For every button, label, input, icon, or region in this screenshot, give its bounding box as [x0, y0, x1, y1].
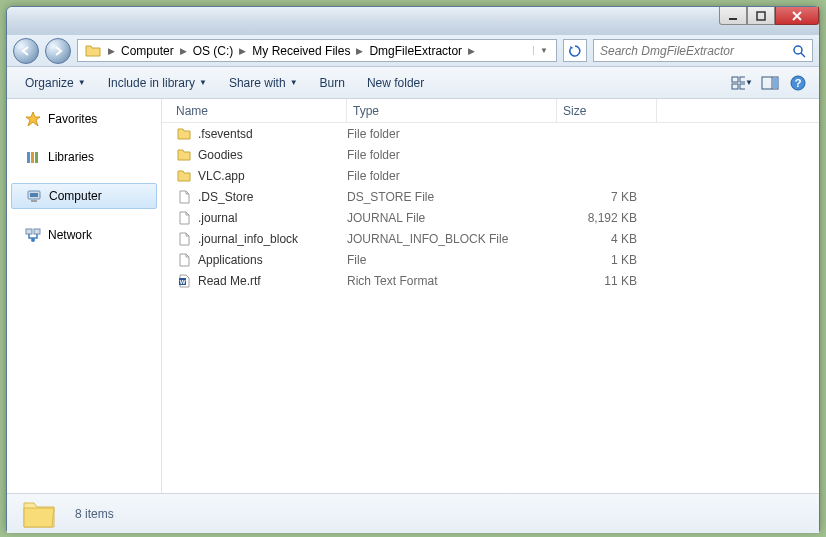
svg-rect-17	[30, 193, 38, 197]
file-row[interactable]: WRead Me.rtfRich Text Format11 KB	[162, 270, 819, 291]
file-icon	[176, 231, 192, 247]
folder-icon	[84, 42, 102, 60]
minimize-button[interactable]	[719, 7, 747, 25]
chevron-right-icon[interactable]: ▶	[354, 46, 365, 56]
sidebar-favorites[interactable]: Favorites	[7, 107, 161, 131]
item-count: 8 items	[75, 507, 114, 521]
file-type: Rich Text Format	[347, 274, 557, 288]
svg-rect-13	[27, 152, 30, 163]
titlebar	[7, 7, 819, 35]
chevron-right-icon[interactable]: ▶	[106, 46, 117, 56]
svg-rect-0	[729, 18, 737, 20]
breadcrumb-segment[interactable]: OS (C:)	[189, 44, 238, 58]
svg-rect-6	[732, 84, 738, 89]
sidebar-computer[interactable]: Computer	[11, 183, 157, 209]
file-row[interactable]: ApplicationsFile1 KB	[162, 249, 819, 270]
view-options-button[interactable]: ▼	[731, 72, 753, 94]
network-icon	[25, 227, 41, 243]
file-type: File folder	[347, 127, 557, 141]
sidebar: Favorites Libraries Computer Network	[7, 99, 162, 493]
organize-button[interactable]: Organize▼	[17, 73, 94, 93]
file-icon	[176, 189, 192, 205]
refresh-button[interactable]	[563, 39, 587, 62]
sidebar-label: Network	[48, 228, 92, 242]
sidebar-network[interactable]: Network	[7, 223, 161, 247]
chevron-right-icon[interactable]: ▶	[178, 46, 189, 56]
include-library-button[interactable]: Include in library▼	[100, 73, 215, 93]
svg-rect-14	[31, 152, 34, 163]
column-size[interactable]: Size	[557, 99, 657, 122]
file-size: 7 KB	[557, 190, 657, 204]
forward-button[interactable]	[45, 38, 71, 64]
svg-rect-1	[757, 12, 765, 20]
breadcrumb-segment[interactable]: Computer	[117, 44, 178, 58]
file-name: .journal	[198, 211, 237, 225]
file-name: VLC.app	[198, 169, 245, 183]
toolbar: Organize▼ Include in library▼ Share with…	[7, 67, 819, 99]
file-row[interactable]: VLC.appFile folder	[162, 165, 819, 186]
sidebar-label: Favorites	[48, 112, 97, 126]
sidebar-label: Libraries	[48, 150, 94, 164]
maximize-button[interactable]	[747, 7, 775, 25]
new-folder-button[interactable]: New folder	[359, 73, 432, 93]
rtf-icon: W	[176, 273, 192, 289]
file-size: 1 KB	[557, 253, 657, 267]
breadcrumb-segment[interactable]: DmgFileExtractor	[365, 44, 466, 58]
file-name: Applications	[198, 253, 263, 267]
file-size: 11 KB	[557, 274, 657, 288]
folder-icon	[176, 126, 192, 142]
svg-rect-4	[732, 77, 738, 82]
file-icon	[176, 252, 192, 268]
file-icon	[176, 210, 192, 226]
svg-rect-10	[773, 78, 777, 88]
folder-icon	[19, 494, 59, 534]
folder-icon	[176, 147, 192, 163]
address-dropdown[interactable]: ▼	[533, 46, 554, 55]
sidebar-libraries[interactable]: Libraries	[7, 145, 161, 169]
back-button[interactable]	[13, 38, 39, 64]
file-row[interactable]: .fseventsdFile folder	[162, 123, 819, 144]
navbar: ▶ Computer ▶ OS (C:) ▶ My Received Files…	[7, 35, 819, 67]
column-name[interactable]: Name	[162, 99, 347, 122]
file-name: Read Me.rtf	[198, 274, 261, 288]
svg-rect-20	[34, 229, 40, 234]
file-row[interactable]: GoodiesFile folder	[162, 144, 819, 165]
file-type: File folder	[347, 148, 557, 162]
chevron-right-icon[interactable]: ▶	[466, 46, 477, 56]
search-input[interactable]	[600, 44, 792, 58]
search-box[interactable]	[593, 39, 813, 62]
file-row[interactable]: .journalJOURNAL File8,192 KB	[162, 207, 819, 228]
close-button[interactable]	[775, 7, 819, 25]
file-row[interactable]: .DS_StoreDS_STORE File7 KB	[162, 186, 819, 207]
sidebar-label: Computer	[49, 189, 102, 203]
share-with-button[interactable]: Share with▼	[221, 73, 306, 93]
folder-icon	[176, 168, 192, 184]
svg-point-21	[31, 238, 35, 242]
file-list: Name Type Size .fseventsdFile folderGood…	[162, 99, 819, 493]
preview-pane-button[interactable]	[759, 72, 781, 94]
breadcrumb-segment[interactable]: My Received Files	[248, 44, 354, 58]
file-row[interactable]: .journal_info_blockJOURNAL_INFO_BLOCK Fi…	[162, 228, 819, 249]
body: Favorites Libraries Computer Network Nam…	[7, 99, 819, 493]
svg-text:?: ?	[795, 77, 802, 89]
svg-rect-19	[26, 229, 32, 234]
column-headers: Name Type Size	[162, 99, 819, 123]
file-type: File folder	[347, 169, 557, 183]
file-name: .journal_info_block	[198, 232, 298, 246]
svg-point-2	[794, 46, 802, 54]
chevron-right-icon[interactable]: ▶	[237, 46, 248, 56]
help-button[interactable]: ?	[787, 72, 809, 94]
burn-button[interactable]: Burn	[312, 73, 353, 93]
svg-line-3	[801, 53, 805, 57]
search-icon[interactable]	[792, 44, 806, 58]
address-bar[interactable]: ▶ Computer ▶ OS (C:) ▶ My Received Files…	[77, 39, 557, 62]
file-size: 4 KB	[557, 232, 657, 246]
column-type[interactable]: Type	[347, 99, 557, 122]
star-icon	[25, 111, 41, 127]
file-size: 8,192 KB	[557, 211, 657, 225]
file-type: JOURNAL File	[347, 211, 557, 225]
file-name: Goodies	[198, 148, 243, 162]
svg-rect-18	[31, 200, 37, 202]
svg-text:W: W	[180, 279, 186, 285]
file-type: JOURNAL_INFO_BLOCK File	[347, 232, 557, 246]
